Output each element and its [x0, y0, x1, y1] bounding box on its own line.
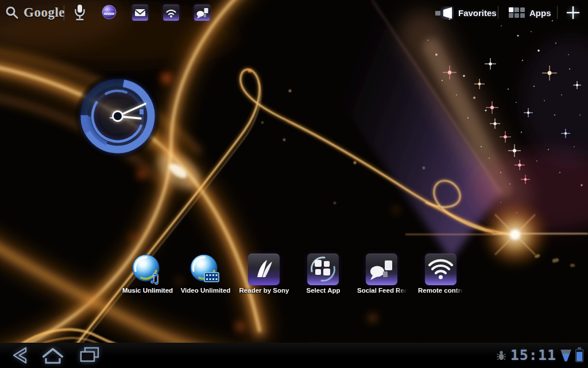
microphone-icon	[74, 3, 86, 22]
usb-debug-icon	[496, 350, 506, 361]
app-select-app[interactable]	[307, 254, 339, 285]
voice-search-button[interactable]	[71, 2, 88, 23]
back-icon	[6, 344, 33, 367]
favorites-button[interactable]: Favorites	[434, 5, 497, 21]
analog-clock-widget[interactable]	[74, 72, 161, 160]
app-label: Remote control	[418, 287, 464, 294]
topbar-separator	[498, 6, 498, 19]
home-icon	[40, 344, 66, 367]
shortcut-browser[interactable]: www	[101, 5, 117, 21]
recent-apps-button[interactable]	[75, 343, 105, 368]
apps-label: Apps	[529, 8, 551, 18]
app-label: Social Feed Rea	[357, 287, 408, 294]
app-label: Reader by Sony	[233, 287, 296, 294]
topbar-separator	[64, 5, 64, 20]
wifi-status-icon	[560, 350, 571, 362]
google-logo: Google	[24, 5, 65, 20]
app-label: Select App	[292, 287, 355, 294]
app-label: Music Unlimited	[116, 287, 179, 294]
apps-grid-icon	[509, 7, 525, 18]
app-social-feed-reader[interactable]	[366, 254, 397, 285]
select-app-icon	[307, 254, 339, 285]
app-reader-by-sony[interactable]	[248, 254, 280, 285]
wallpaper	[0, 0, 588, 368]
topbar-separator	[557, 6, 558, 19]
wifi-icon	[425, 254, 457, 285]
recent-apps-icon	[76, 344, 103, 367]
speech-bubble-icon	[194, 5, 210, 21]
favorites-icon	[434, 6, 454, 20]
home-button[interactable]	[38, 343, 68, 368]
speech-bubble-icon	[366, 254, 397, 285]
app-music-unlimited[interactable]: ♫	[131, 254, 163, 285]
battery-status-icon	[575, 349, 583, 362]
status-clock: 15:11	[510, 343, 556, 368]
app-remote-control[interactable]	[425, 254, 457, 285]
favorites-label: Favorites	[458, 8, 497, 18]
shortcut-remote-control[interactable]	[163, 5, 179, 21]
shortcut-social-feed-reader[interactable]	[194, 5, 210, 21]
plus-icon	[566, 6, 580, 20]
book-icon	[248, 254, 280, 285]
apps-button[interactable]: Apps	[509, 5, 551, 21]
system-bar: 15:11	[0, 343, 588, 368]
battery-fill	[577, 352, 582, 361]
music-note-icon: ♫	[149, 271, 161, 285]
back-button[interactable]	[5, 343, 34, 368]
home-screen: Google www Favorites	[0, 0, 588, 368]
search-icon	[5, 5, 20, 20]
app-video-unlimited[interactable]	[189, 254, 221, 285]
status-cluster[interactable]: 15:11	[496, 343, 583, 368]
app-label: Video Unlimited	[174, 287, 237, 294]
shortcut-email[interactable]	[132, 5, 148, 21]
wifi-icon	[163, 5, 179, 21]
email-icon	[132, 5, 148, 21]
www-overlay: www	[103, 11, 115, 16]
google-search-widget[interactable]: Google	[5, 3, 65, 22]
add-button[interactable]	[565, 5, 581, 20]
film-strip-icon	[204, 273, 219, 282]
